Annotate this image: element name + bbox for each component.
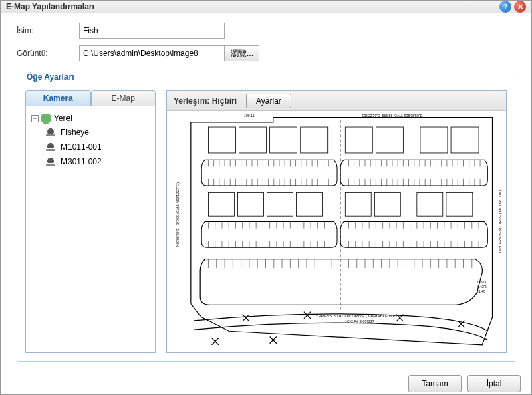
right-panel: Yerleşim: Hiçbiri Ayarlar 190.15 S35'22'…: [166, 90, 507, 353]
svg-rect-106: [267, 192, 293, 216]
parking-ticks-2: [208, 221, 479, 247]
svg-rect-109: [374, 192, 400, 216]
dim-br3: 21.40: [477, 289, 485, 293]
parking-island-2: [340, 160, 487, 186]
name-label: İsim:: [17, 26, 79, 35]
tab-emap[interactable]: E-Map: [91, 90, 156, 106]
road-label-1: CYPRESS STATION DRIVE ( VARIABLE WIDTH ): [313, 313, 404, 318]
svg-rect-5: [376, 127, 403, 153]
svg-rect-104: [208, 192, 234, 216]
parking-island-bottom: [200, 259, 482, 305]
tree-item-fisheye[interactable]: Fisheye: [30, 125, 151, 140]
tree-item-m1011[interactable]: M1011-001: [30, 140, 151, 154]
svg-rect-110: [417, 192, 443, 216]
cancel-button[interactable]: İptal: [467, 375, 521, 392]
tabs: Kamera E-Map: [25, 90, 156, 106]
parking-ticks-3: [208, 259, 471, 268]
svg-rect-108: [345, 192, 371, 216]
placement-bar: Yerleşim: Hiçbiri Ayarlar: [167, 91, 506, 111]
tree-item-m3011[interactable]: M3011-002: [30, 154, 151, 169]
road-label-2: H.C.C.F.# E-087227: [344, 319, 374, 323]
svg-rect-6: [420, 127, 448, 153]
help-icon[interactable]: ?: [499, 1, 511, 13]
dim-top-right: S35'22'30"E -565.58 (CALL S35'08'50"E.): [362, 114, 425, 118]
svg-rect-107: [297, 192, 323, 216]
tree-item-label: Fisheye: [61, 128, 89, 137]
dim-top-left: 190.15: [244, 114, 255, 118]
image-path-input[interactable]: [79, 45, 225, 61]
emap-config-dialog: E-Map Yapılandırmaları ? ✕ İsim: Görüntü…: [0, 0, 532, 395]
ok-button[interactable]: Tamam: [408, 375, 462, 392]
svg-rect-111: [446, 192, 473, 216]
image-row: Görüntü: 瀏覽...: [17, 45, 515, 61]
footer: Tamam İptal: [1, 368, 531, 395]
svg-rect-7: [451, 127, 479, 153]
svg-rect-0: [208, 127, 235, 153]
name-row: İsim:: [17, 23, 515, 39]
server-icon: [41, 114, 51, 122]
camera-icon: [46, 128, 57, 136]
image-label: Görüntü:: [17, 49, 79, 58]
dim-left: N00'06'30"E - 370.00 (CALL N00'12'27"E.): [176, 182, 180, 247]
item-settings-fieldset: Öğe Ayarları Kamera E-Map − Yerel Fishey…: [17, 78, 515, 362]
buildings-top: [208, 127, 479, 153]
tree-root-label: Yerel: [54, 114, 72, 123]
window-title: E-Map Yapılandırmaları: [6, 2, 497, 11]
tree-item-label: M3011-002: [61, 157, 102, 166]
dim-br2: N.42'3: [477, 285, 487, 289]
browse-button[interactable]: 瀏覽...: [225, 45, 259, 61]
map-canvas[interactable]: 190.15 S35'22'30"E -565.58 (CALL S35'08'…: [167, 111, 506, 352]
settings-button[interactable]: Ayarlar: [246, 94, 291, 108]
tree-root-node[interactable]: − Yerel: [30, 112, 151, 125]
titlebar: E-Map Yapılandırmaları ? ✕: [1, 1, 531, 13]
right-road-label: LANTERN BEND DRIVE ( 60.00 R.O.W.): [498, 190, 502, 253]
svg-rect-4: [345, 127, 372, 153]
site-plan-svg: 190.15 S35'22'30"E -565.58 (CALL S35'08'…: [167, 111, 506, 352]
svg-rect-2: [270, 127, 297, 153]
placement-label: Yerleşim: Hiçbiri: [174, 96, 237, 106]
tree-item-label: M1011-001: [61, 142, 102, 152]
dim-br1: 16823: [477, 280, 486, 284]
collapse-icon[interactable]: −: [31, 115, 39, 122]
svg-rect-105: [237, 192, 263, 216]
name-input[interactable]: [79, 23, 225, 39]
content-area: İsim: Görüntü: 瀏覽... Öğe Ayarları Kamera…: [1, 13, 531, 368]
svg-rect-3: [301, 127, 328, 153]
parking-island-3: [201, 221, 337, 247]
svg-rect-1: [239, 127, 267, 153]
parking-ticks-1: [208, 160, 480, 186]
camera-icon: [46, 143, 57, 151]
close-icon[interactable]: ✕: [514, 1, 526, 13]
camera-icon: [46, 158, 57, 166]
parking-island-1: [201, 160, 337, 186]
tab-camera[interactable]: Kamera: [25, 90, 91, 106]
left-panel: Kamera E-Map − Yerel Fisheye M: [25, 90, 156, 353]
camera-tree: − Yerel Fisheye M1011-001 M3011-00: [25, 106, 156, 353]
fieldset-legend: Öğe Ayarları: [24, 72, 76, 82]
